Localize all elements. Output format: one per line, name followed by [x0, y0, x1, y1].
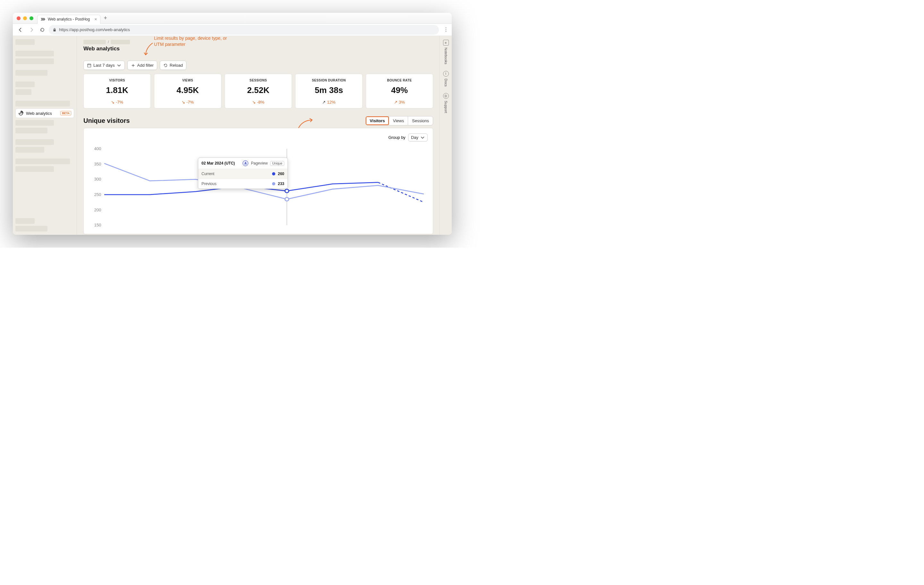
svg-text:250: 250	[94, 193, 101, 197]
new-tab-button[interactable]: +	[104, 15, 107, 21]
trend-down-icon: ↘	[252, 100, 256, 105]
window-controls[interactable]	[16, 16, 33, 20]
tooltip-date: 02 Mar 2024 (UTC)	[201, 161, 235, 165]
metric-card-visitors[interactable]: VISITORS 1.81K ↘-7%	[83, 74, 151, 109]
lifebuoy-icon: ◎	[443, 93, 449, 99]
chevron-down-icon	[420, 135, 425, 140]
notebook-icon: ≡	[443, 40, 449, 46]
svg-rect-0	[54, 30, 56, 31]
address-bar[interactable]: https://app.posthog.com/web-analytics	[49, 25, 439, 35]
metrics-row: VISITORS 1.81K ↘-7% VIEWS 4.95K ↘-7% SES…	[83, 74, 433, 109]
groupby-select[interactable]: Day	[408, 133, 428, 142]
trend-down-icon: ↘	[182, 100, 185, 105]
lock-icon	[53, 28, 56, 32]
add-filter-button[interactable]: Add filter	[127, 61, 157, 70]
reload-icon	[163, 63, 168, 68]
metric-card-sessions[interactable]: SESSIONS 2.52K ↘-8%	[224, 74, 292, 109]
section-title: Unique visitors	[83, 117, 130, 124]
reload-button[interactable]: Reload	[160, 61, 186, 70]
tab-views[interactable]: Views	[389, 116, 408, 125]
svg-point-10	[285, 198, 289, 201]
chart-tooltip: 02 Mar 2024 (UTC) A Pageview Unique Curr…	[198, 158, 288, 189]
posthog-icon	[41, 17, 45, 21]
svg-text:400: 400	[94, 147, 101, 151]
chart-tab-group: Visitors Views Sessions	[365, 116, 433, 125]
forward-button[interactable]	[27, 25, 36, 34]
breadcrumb: /	[83, 40, 433, 44]
rsidebar-notebooks[interactable]: ≡ Notebooks	[443, 40, 449, 64]
annotation-filter: Limit results by page, device type, or U…	[154, 36, 227, 47]
svg-rect-1	[87, 64, 91, 67]
browser-menu-button[interactable]: ⋮	[444, 26, 449, 33]
info-icon: i	[443, 71, 449, 77]
metric-card-views[interactable]: VIEWS 4.95K ↘-7%	[154, 74, 221, 109]
page-title: Web analytics	[83, 46, 433, 52]
url-text: https://app.posthog.com/web-analytics	[59, 27, 130, 32]
metric-card-bounce-rate[interactable]: BOUNCE RATE 49% ↗3%	[366, 74, 433, 109]
close-icon[interactable]: ×	[94, 16, 97, 22]
back-button[interactable]	[16, 25, 25, 34]
line-chart[interactable]: 150200250300350400 02 Mar 2024 (UTC) A P…	[89, 145, 428, 229]
svg-point-9	[285, 189, 289, 193]
rsidebar-docs[interactable]: i Docs	[443, 71, 449, 87]
chevron-down-icon	[117, 63, 121, 68]
pie-chart-icon	[18, 110, 23, 116]
chart-panel: Group by Day 150200250300350400 02 Mar 2…	[83, 128, 433, 234]
date-range-button[interactable]: Last 7 days	[83, 61, 125, 70]
tab-visitors[interactable]: Visitors	[366, 116, 389, 125]
tooltip-badge: Unique	[270, 161, 284, 166]
trend-up-icon: ↗	[394, 100, 398, 105]
trend-up-icon: ↗	[322, 100, 326, 105]
svg-text:350: 350	[94, 162, 101, 166]
browser-tab[interactable]: Web analytics - PostHog ×	[37, 15, 101, 24]
trend-down-icon: ↘	[111, 100, 114, 105]
tab-title: Web analytics - PostHog	[48, 17, 90, 21]
tooltip-event: Pageview	[251, 161, 267, 165]
right-sidebar: ≡ Notebooks i Docs ◎ Support	[439, 36, 452, 235]
sidebar-item-web-analytics[interactable]: Web analytics BETA	[15, 109, 74, 118]
reload-button[interactable]	[38, 25, 47, 34]
rsidebar-support[interactable]: ◎ Support	[443, 93, 449, 113]
sidebar-item-label: Web analytics	[26, 111, 52, 116]
svg-text:150: 150	[94, 223, 101, 227]
tab-sessions[interactable]: Sessions	[408, 116, 433, 125]
series-badge: A	[243, 160, 248, 166]
beta-badge: BETA	[60, 111, 71, 115]
groupby-label: Group by	[388, 135, 405, 140]
svg-text:300: 300	[94, 177, 101, 181]
svg-text:200: 200	[94, 208, 101, 212]
calendar-icon	[87, 63, 91, 68]
plus-icon	[131, 63, 135, 68]
left-sidebar: Web analytics BETA	[13, 36, 77, 235]
metric-card-session-duration[interactable]: SESSION DURATION 5m 38s ↗12%	[295, 74, 363, 109]
